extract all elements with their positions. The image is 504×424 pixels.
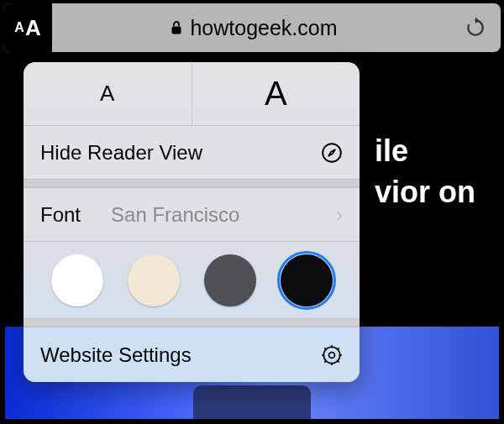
separator <box>24 179 360 187</box>
svg-rect-0 <box>172 27 181 34</box>
hide-reader-label: Hide Reader View <box>40 141 202 165</box>
compass-icon <box>321 142 343 164</box>
svg-point-1 <box>323 144 341 162</box>
text-size-small-a-icon: A <box>14 20 24 35</box>
decrease-font-button[interactable]: A <box>24 62 192 125</box>
font-label: Font <box>40 203 81 227</box>
theme-white[interactable] <box>51 254 103 306</box>
website-settings-row[interactable]: Website Settings <box>24 327 360 382</box>
hide-reader-row[interactable]: Hide Reader View <box>24 125 360 179</box>
reader-popover: A A Hide Reader View Font San Francisco … <box>24 62 360 382</box>
svg-line-7 <box>324 348 326 349</box>
font-value: San Francisco <box>81 203 328 227</box>
headline-line-1: ile <box>375 131 475 172</box>
theme-sepia[interactable] <box>128 254 180 306</box>
safari-reader-screenshot: ile vior on A A howtogeek.com A <box>2 2 502 422</box>
separator <box>24 318 360 327</box>
website-settings-label: Website Settings <box>40 343 321 367</box>
url-text: howtogeek.com <box>190 16 337 40</box>
decrease-font-glyph: A <box>100 81 114 107</box>
lock-icon <box>170 20 183 35</box>
text-size-large-a-icon: A <box>25 15 41 41</box>
reload-icon <box>465 17 486 39</box>
increase-font-glyph: A <box>265 75 287 113</box>
address-bar: A A howtogeek.com <box>3 3 501 52</box>
svg-line-8 <box>337 360 339 362</box>
text-size-button[interactable]: A A <box>3 3 52 52</box>
headline-line-2: vior on <box>375 172 475 213</box>
increase-font-button[interactable]: A <box>192 62 360 125</box>
font-row[interactable]: Font San Francisco › <box>24 187 360 241</box>
url-display[interactable]: howtogeek.com <box>52 16 455 40</box>
gear-icon <box>321 344 343 366</box>
page-headline-fragment: ile vior on <box>375 131 475 212</box>
theme-gray[interactable] <box>204 254 256 306</box>
svg-point-11 <box>329 352 335 358</box>
theme-black[interactable] <box>281 254 333 306</box>
reload-button[interactable] <box>455 8 496 48</box>
font-size-row: A A <box>24 62 360 125</box>
theme-swatch-row <box>24 241 360 318</box>
svg-line-10 <box>337 348 339 349</box>
svg-line-9 <box>324 360 326 362</box>
chevron-right-icon: › <box>336 203 343 227</box>
